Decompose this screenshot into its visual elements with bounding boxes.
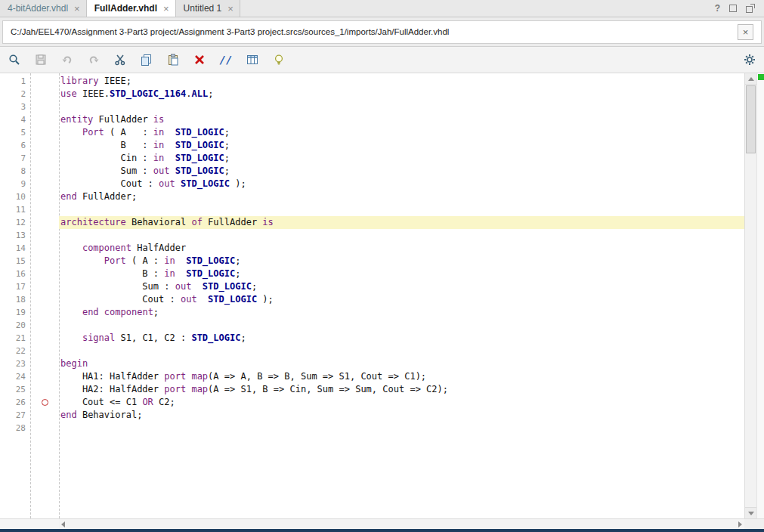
code-line[interactable]: 17 Sum : out STD_LOGIC; [0, 280, 744, 293]
breakpoint-margin[interactable] [30, 88, 59, 101]
code-text: entity FullAdder is [59, 113, 744, 126]
redo-icon[interactable] [85, 51, 102, 68]
code-line[interactable]: 13 [0, 229, 744, 242]
code-pane[interactable]: 1library IEEE;2use IEEE.STD_LOGIC_1164.A… [0, 73, 744, 518]
breakpoint-margin[interactable] [30, 422, 59, 435]
breakpoint-marker[interactable] [42, 399, 48, 406]
code-line[interactable]: 19 end component; [0, 306, 744, 319]
annotation-ruler [756, 73, 764, 518]
code-text [59, 319, 744, 332]
vertical-scrollbar[interactable] [744, 73, 756, 518]
cut-icon[interactable] [112, 51, 128, 68]
tab-untitled[interactable]: Untitled 1 × [176, 0, 240, 17]
breakpoint-margin[interactable] [30, 345, 59, 357]
code-text: use IEEE.STD_LOGIC_1164.ALL; [59, 88, 744, 101]
code-line[interactable]: 9 Cout : out STD_LOGIC ); [0, 178, 744, 190]
tab-close-icon[interactable]: × [74, 4, 80, 14]
code-line[interactable]: 25 HA2: HalfAdder port map(A => S1, B =>… [0, 383, 744, 396]
breakpoint-margin[interactable] [30, 409, 59, 422]
line-number: 5 [0, 126, 30, 139]
breakpoint-margin[interactable] [30, 306, 59, 319]
undo-icon[interactable] [59, 51, 76, 68]
code-line[interactable]: 12architecture Behavioral of FullAdder i… [0, 216, 744, 229]
code-line[interactable]: 4entity FullAdder is [0, 113, 744, 126]
editor-tab-bar: 4-bitAdder.vhdl × FullAdder.vhdl × Untit… [0, 0, 764, 17]
arrow-right-icon[interactable] [738, 521, 742, 527]
breakpoint-margin[interactable] [30, 203, 59, 216]
code-line[interactable]: 18 Cout : out STD_LOGIC ); [0, 293, 744, 306]
line-number: 11 [0, 203, 30, 216]
breakpoint-margin[interactable] [30, 268, 59, 280]
breakpoint-margin[interactable] [30, 178, 59, 190]
scroll-down-button[interactable] [745, 507, 756, 518]
code-text: Port ( A : in STD_LOGIC; [59, 126, 744, 139]
code-line[interactable]: 16 B : in STD_LOGIC; [0, 268, 744, 280]
code-line[interactable]: 7 Cin : in STD_LOGIC; [0, 152, 744, 165]
code-line[interactable]: 21 signal S1, C1, C2 : STD_LOGIC; [0, 332, 744, 345]
line-number: 19 [0, 306, 30, 319]
save-icon[interactable] [32, 51, 49, 68]
copy-icon[interactable] [138, 51, 155, 68]
breakpoint-margin[interactable] [30, 293, 59, 306]
code-line[interactable]: 28 [0, 422, 744, 435]
scroll-up-button[interactable] [745, 73, 756, 85]
close-path-bar-button[interactable]: × [738, 24, 753, 40]
bulb-icon[interactable] [271, 51, 287, 68]
breakpoint-margin[interactable] [30, 332, 59, 345]
breakpoint-margin[interactable] [30, 165, 59, 178]
breakpoint-margin[interactable] [30, 216, 59, 229]
code-line[interactable]: 24 HA1: HalfAdder port map(A => A, B => … [0, 370, 744, 383]
code-line[interactable]: 10end FullAdder; [0, 190, 744, 203]
delete-icon[interactable] [191, 51, 208, 68]
tab-close-icon[interactable]: × [227, 4, 234, 14]
horizontal-scroll-row [0, 518, 764, 529]
horizontal-scrollbar[interactable] [59, 519, 744, 529]
paste-icon[interactable] [165, 51, 181, 68]
code-line[interactable]: 8 Sum : out STD_LOGIC; [0, 165, 744, 178]
code-line[interactable]: 6 B : in STD_LOGIC; [0, 139, 744, 152]
code-line[interactable]: 26 Cout <= C1 OR C2; [0, 396, 744, 409]
code-text: Port ( A : in STD_LOGIC; [59, 255, 744, 268]
code-line[interactable]: 11 [0, 203, 744, 216]
vertical-scrollbar-thumb[interactable] [746, 85, 756, 153]
breakpoint-margin[interactable] [30, 75, 59, 88]
breakpoint-margin[interactable] [30, 113, 59, 126]
code-line[interactable]: 14 component HalfAdder [0, 242, 744, 255]
breakpoint-margin[interactable] [30, 190, 59, 203]
breakpoint-margin[interactable] [30, 101, 59, 113]
tab-close-icon[interactable]: × [163, 4, 169, 14]
float-window-icon[interactable] [729, 5, 737, 12]
tab-fulladder[interactable]: FullAdder.vhdl × [87, 0, 176, 17]
search-icon[interactable] [6, 51, 23, 68]
breakpoint-margin[interactable] [30, 319, 59, 332]
code-line[interactable]: 27end Behavioral; [0, 409, 744, 422]
code-line[interactable]: 20 [0, 319, 744, 332]
code-line[interactable]: 3 [0, 101, 744, 113]
code-line[interactable]: 23begin [0, 357, 744, 370]
breakpoint-margin[interactable] [30, 139, 59, 152]
breakpoint-margin[interactable] [30, 229, 59, 242]
code-line[interactable]: 22 [0, 345, 744, 357]
code-line[interactable]: 15 Port ( A : in STD_LOGIC; [0, 255, 744, 268]
breakpoint-margin[interactable] [30, 280, 59, 293]
comment-icon[interactable]: // [218, 51, 234, 68]
breakpoint-margin[interactable] [30, 370, 59, 383]
breakpoint-margin[interactable] [30, 383, 59, 396]
external-window-icon[interactable] [746, 4, 755, 13]
breakpoint-margin[interactable] [30, 357, 59, 370]
settings-gear-icon[interactable] [741, 51, 758, 68]
code-line[interactable]: 2use IEEE.STD_LOGIC_1164.ALL; [0, 88, 744, 101]
line-number: 1 [0, 75, 30, 88]
breakpoint-margin[interactable] [30, 242, 59, 255]
breakpoint-margin[interactable] [30, 126, 59, 139]
breakpoint-margin[interactable] [30, 396, 59, 409]
tab-4bitadder[interactable]: 4-bitAdder.vhdl × [0, 0, 87, 17]
code-line[interactable]: 1library IEEE; [0, 75, 744, 88]
arrow-left-icon[interactable] [61, 521, 65, 527]
breakpoint-margin[interactable] [30, 255, 59, 268]
column-select-icon[interactable] [244, 51, 261, 68]
breakpoint-margin[interactable] [30, 152, 59, 165]
help-icon[interactable]: ? [715, 3, 720, 14]
code-text: Sum : out STD_LOGIC; [59, 280, 744, 293]
code-line[interactable]: 5 Port ( A : in STD_LOGIC; [0, 126, 744, 139]
